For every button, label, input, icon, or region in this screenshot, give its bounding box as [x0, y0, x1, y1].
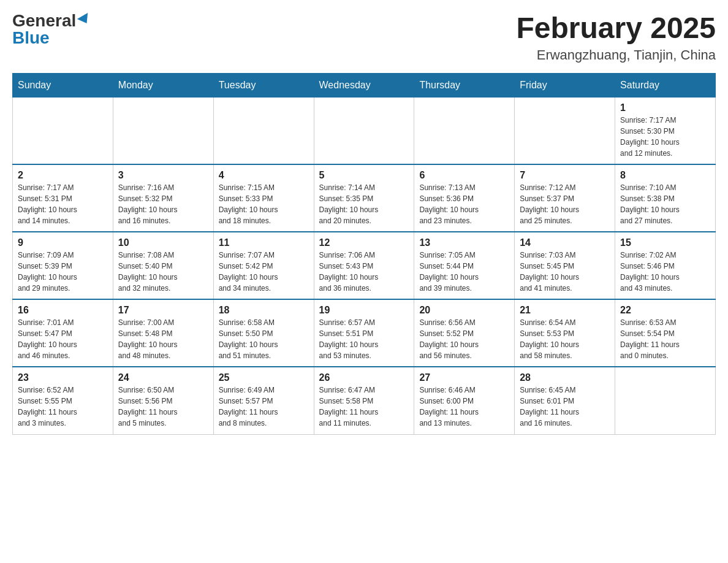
- calendar-cell-4-6: [615, 367, 716, 434]
- calendar-cell-4-2: 25Sunrise: 6:49 AM Sunset: 5:57 PM Dayli…: [213, 367, 314, 434]
- day-info: Sunrise: 7:01 AM Sunset: 5:47 PM Dayligh…: [18, 317, 108, 361]
- day-number: 10: [118, 237, 208, 248]
- day-info: Sunrise: 6:50 AM Sunset: 5:56 PM Dayligh…: [118, 385, 208, 429]
- calendar-cell-2-3: 12Sunrise: 7:06 AM Sunset: 5:43 PM Dayli…: [314, 232, 414, 299]
- calendar-cell-4-4: 27Sunrise: 6:46 AM Sunset: 6:00 PM Dayli…: [414, 367, 515, 434]
- day-info: Sunrise: 7:12 AM Sunset: 5:37 PM Dayligh…: [520, 182, 610, 226]
- day-info: Sunrise: 7:07 AM Sunset: 5:42 PM Dayligh…: [219, 250, 309, 294]
- calendar-cell-2-2: 11Sunrise: 7:07 AM Sunset: 5:42 PM Dayli…: [213, 232, 314, 299]
- day-info: Sunrise: 7:06 AM Sunset: 5:43 PM Dayligh…: [319, 250, 409, 294]
- day-number: 24: [118, 372, 208, 383]
- calendar-cell-4-5: 28Sunrise: 6:45 AM Sunset: 6:01 PM Dayli…: [515, 367, 615, 434]
- calendar-cell-0-2: [213, 97, 314, 164]
- day-number: 13: [419, 237, 509, 248]
- day-number: 14: [520, 237, 610, 248]
- day-number: 11: [219, 237, 309, 248]
- calendar-cell-1-5: 7Sunrise: 7:12 AM Sunset: 5:37 PM Daylig…: [515, 164, 615, 232]
- day-info: Sunrise: 7:09 AM Sunset: 5:39 PM Dayligh…: [18, 250, 108, 294]
- day-info: Sunrise: 7:08 AM Sunset: 5:40 PM Dayligh…: [118, 250, 208, 294]
- day-number: 21: [520, 305, 610, 316]
- calendar-cell-1-3: 5Sunrise: 7:14 AM Sunset: 5:35 PM Daylig…: [314, 164, 414, 232]
- weekday-tuesday: Tuesday: [213, 73, 314, 97]
- day-info: Sunrise: 6:45 AM Sunset: 6:01 PM Dayligh…: [520, 385, 610, 429]
- day-info: Sunrise: 7:17 AM Sunset: 5:30 PM Dayligh…: [620, 115, 710, 159]
- calendar-cell-2-5: 14Sunrise: 7:03 AM Sunset: 5:45 PM Dayli…: [515, 232, 615, 299]
- day-info: Sunrise: 7:14 AM Sunset: 5:35 PM Dayligh…: [319, 182, 409, 226]
- day-number: 1: [620, 102, 710, 113]
- calendar-cell-3-2: 18Sunrise: 6:58 AM Sunset: 5:50 PM Dayli…: [213, 299, 314, 367]
- day-number: 12: [319, 237, 409, 248]
- day-number: 6: [419, 170, 509, 181]
- weekday-monday: Monday: [113, 73, 213, 97]
- day-number: 22: [620, 305, 710, 316]
- logo-triangle-icon: [77, 13, 92, 26]
- calendar-cell-4-3: 26Sunrise: 6:47 AM Sunset: 5:58 PM Dayli…: [314, 367, 414, 434]
- day-info: Sunrise: 7:15 AM Sunset: 5:33 PM Dayligh…: [219, 182, 309, 226]
- calendar-cell-0-0: [13, 97, 113, 164]
- week-row-0: 1Sunrise: 7:17 AM Sunset: 5:30 PM Daylig…: [13, 97, 716, 164]
- day-number: 3: [118, 170, 208, 181]
- weekday-sunday: Sunday: [13, 73, 113, 97]
- day-number: 27: [419, 372, 509, 383]
- day-number: 26: [319, 372, 409, 383]
- calendar-cell-2-4: 13Sunrise: 7:05 AM Sunset: 5:44 PM Dayli…: [414, 232, 515, 299]
- calendar-cell-0-1: [113, 97, 213, 164]
- weekday-thursday: Thursday: [414, 73, 515, 97]
- calendar-cell-3-3: 19Sunrise: 6:57 AM Sunset: 5:51 PM Dayli…: [314, 299, 414, 367]
- day-info: Sunrise: 7:00 AM Sunset: 5:48 PM Dayligh…: [118, 317, 208, 361]
- week-row-4: 23Sunrise: 6:52 AM Sunset: 5:55 PM Dayli…: [13, 367, 716, 434]
- day-info: Sunrise: 7:17 AM Sunset: 5:31 PM Dayligh…: [18, 182, 108, 226]
- weekday-wednesday: Wednesday: [314, 73, 414, 97]
- day-number: 9: [18, 237, 108, 248]
- day-info: Sunrise: 6:49 AM Sunset: 5:57 PM Dayligh…: [219, 385, 309, 429]
- calendar-cell-1-6: 8Sunrise: 7:10 AM Sunset: 5:38 PM Daylig…: [615, 164, 716, 232]
- calendar-cell-1-1: 3Sunrise: 7:16 AM Sunset: 5:32 PM Daylig…: [113, 164, 213, 232]
- day-number: 20: [419, 305, 509, 316]
- day-info: Sunrise: 7:16 AM Sunset: 5:32 PM Dayligh…: [118, 182, 208, 226]
- weekday-header-row: SundayMondayTuesdayWednesdayThursdayFrid…: [13, 73, 716, 97]
- month-title: February 2025: [516, 12, 716, 45]
- day-number: 16: [18, 305, 108, 316]
- calendar-cell-0-3: [314, 97, 414, 164]
- calendar-cell-3-6: 22Sunrise: 6:53 AM Sunset: 5:54 PM Dayli…: [615, 299, 716, 367]
- day-info: Sunrise: 7:13 AM Sunset: 5:36 PM Dayligh…: [419, 182, 509, 226]
- page-header: General Blue February 2025 Erwangzhuang,…: [12, 12, 716, 63]
- calendar-cell-4-1: 24Sunrise: 6:50 AM Sunset: 5:56 PM Dayli…: [113, 367, 213, 434]
- day-info: Sunrise: 6:54 AM Sunset: 5:53 PM Dayligh…: [520, 317, 610, 361]
- calendar-cell-3-4: 20Sunrise: 6:56 AM Sunset: 5:52 PM Dayli…: [414, 299, 515, 367]
- day-info: Sunrise: 6:58 AM Sunset: 5:50 PM Dayligh…: [219, 317, 309, 361]
- logo-blue-text: Blue: [12, 29, 50, 47]
- week-row-3: 16Sunrise: 7:01 AM Sunset: 5:47 PM Dayli…: [13, 299, 716, 367]
- week-row-1: 2Sunrise: 7:17 AM Sunset: 5:31 PM Daylig…: [13, 164, 716, 232]
- day-number: 18: [219, 305, 309, 316]
- weekday-friday: Friday: [515, 73, 615, 97]
- day-info: Sunrise: 7:05 AM Sunset: 5:44 PM Dayligh…: [419, 250, 509, 294]
- day-info: Sunrise: 6:56 AM Sunset: 5:52 PM Dayligh…: [419, 317, 509, 361]
- calendar-cell-0-5: [515, 97, 615, 164]
- day-number: 15: [620, 237, 710, 248]
- day-number: 8: [620, 170, 710, 181]
- day-number: 23: [18, 372, 108, 383]
- calendar-cell-1-2: 4Sunrise: 7:15 AM Sunset: 5:33 PM Daylig…: [213, 164, 314, 232]
- day-number: 19: [319, 305, 409, 316]
- calendar-table: SundayMondayTuesdayWednesdayThursdayFrid…: [12, 73, 716, 435]
- calendar-cell-2-1: 10Sunrise: 7:08 AM Sunset: 5:40 PM Dayli…: [113, 232, 213, 299]
- week-row-2: 9Sunrise: 7:09 AM Sunset: 5:39 PM Daylig…: [13, 232, 716, 299]
- logo: General Blue: [12, 12, 91, 47]
- day-number: 17: [118, 305, 208, 316]
- calendar-cell-3-1: 17Sunrise: 7:00 AM Sunset: 5:48 PM Dayli…: [113, 299, 213, 367]
- day-number: 4: [219, 170, 309, 181]
- logo-general-text: General: [12, 12, 76, 29]
- day-info: Sunrise: 6:53 AM Sunset: 5:54 PM Dayligh…: [620, 317, 710, 361]
- calendar-cell-0-4: [414, 97, 515, 164]
- calendar-cell-1-4: 6Sunrise: 7:13 AM Sunset: 5:36 PM Daylig…: [414, 164, 515, 232]
- day-number: 28: [520, 372, 610, 383]
- day-number: 7: [520, 170, 610, 181]
- day-number: 2: [18, 170, 108, 181]
- location-title: Erwangzhuang, Tianjin, China: [516, 47, 716, 63]
- title-block: February 2025 Erwangzhuang, Tianjin, Chi…: [516, 12, 716, 63]
- calendar-cell-3-5: 21Sunrise: 6:54 AM Sunset: 5:53 PM Dayli…: [515, 299, 615, 367]
- calendar-cell-1-0: 2Sunrise: 7:17 AM Sunset: 5:31 PM Daylig…: [13, 164, 113, 232]
- day-number: 5: [319, 170, 409, 181]
- day-info: Sunrise: 6:52 AM Sunset: 5:55 PM Dayligh…: [18, 385, 108, 429]
